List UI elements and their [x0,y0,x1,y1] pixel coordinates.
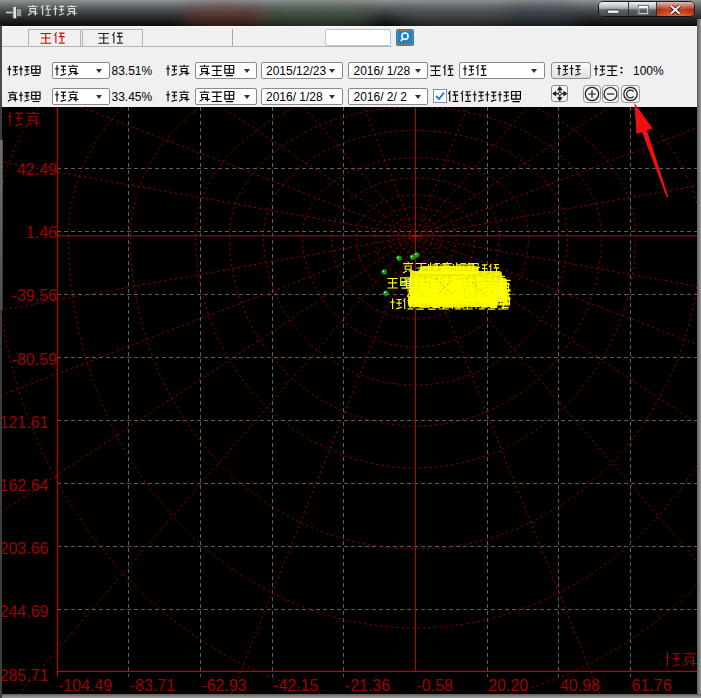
svg-text:1.46: 1.46 [26,224,57,241]
svg-text:-42.15: -42.15 [273,677,318,694]
svg-text:42.49: 42.49 [17,161,57,178]
svg-text:162.64: 162.64 [0,477,49,494]
svg-text:203.66: 203.66 [0,540,49,557]
svg-text:244.69: 244.69 [0,603,49,620]
svg-text:20.20: 20.20 [488,677,528,694]
svg-text:61.76: 61.76 [632,677,672,694]
svg-text:-104.49: -104.49 [58,677,112,694]
svg-text:121.61: 121.61 [0,414,49,431]
svg-text:-0.58: -0.58 [417,677,454,694]
svg-text:-80.59: -80.59 [12,351,57,368]
svg-text:-62.93: -62.93 [201,677,246,694]
svg-text:285.71: 285.71 [0,667,49,684]
svg-text:-39.56: -39.56 [12,287,57,304]
svg-text:40.98: 40.98 [560,677,600,694]
svg-text:-83.71: -83.71 [130,677,175,694]
svg-text:-21.36: -21.36 [345,677,390,694]
